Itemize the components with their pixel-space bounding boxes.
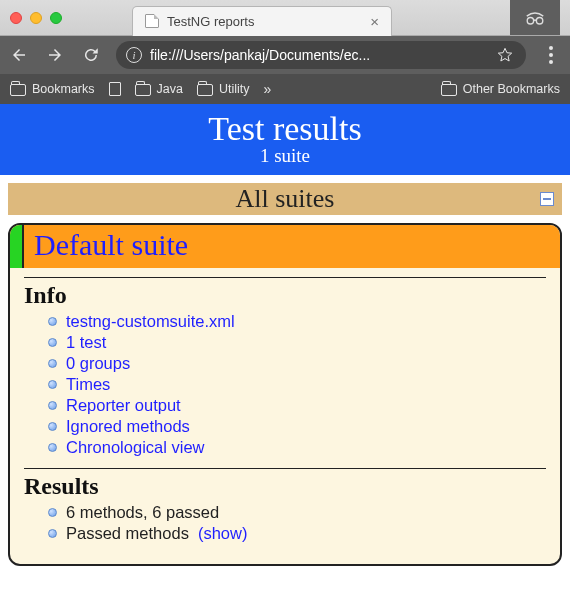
forward-button[interactable] [44,44,66,66]
window-controls [10,12,62,24]
link-text: Chronological view [66,438,205,457]
suite-status-bar [10,225,24,268]
bookmarks-label: Bookmarks [32,82,95,96]
suite-body: Info testng-customsuite.xml 1 test 0 gro… [10,268,560,564]
reload-button[interactable] [80,44,102,66]
svg-point-1 [536,17,542,23]
page-content: All suites Default suite Info testng-cus… [0,175,570,576]
link-text: Times [66,375,110,394]
page-title: Test results [0,110,570,148]
bookmark-label: Java [157,82,183,96]
tab-close-icon[interactable]: × [370,14,379,29]
bullet-icon [48,443,57,452]
results-passed-row: Passed methods (show) [48,523,546,544]
bookmark-label: Utility [219,82,250,96]
menu-button[interactable] [540,44,562,66]
window-titlebar: TestNG reports × [0,0,570,36]
link-text: testng-customsuite.xml [66,312,235,331]
info-link-tests[interactable]: 1 test [48,332,546,353]
bullet-icon [48,317,57,326]
suite-title-link[interactable]: Default suite [24,225,198,268]
bullet-icon [48,529,57,538]
suite-panel: Default suite Info testng-customsuite.xm… [8,223,562,566]
bookmarks-overflow-icon[interactable]: » [264,81,270,97]
bookmark-page-icon [109,82,121,96]
folder-icon [10,84,26,96]
info-heading: Info [24,282,546,309]
info-link-groups[interactable]: 0 groups [48,353,546,374]
results-list: 6 methods, 6 passed Passed methods (show… [48,502,546,544]
svg-point-0 [527,17,533,23]
results-text: Passed methods [66,524,189,543]
page-subtitle: 1 suite [0,145,570,167]
info-list: testng-customsuite.xml 1 test 0 groups T… [48,311,546,458]
page-header: Test results 1 suite [0,104,570,175]
bullet-icon [48,380,57,389]
bookmark-label: Other Bookmarks [463,82,560,96]
results-text: 6 methods, 6 passed [66,503,219,522]
bullet-icon [48,338,57,347]
bullet-icon [48,508,57,517]
folder-icon [197,84,213,96]
bullet-icon [48,422,57,431]
link-text: Reporter output [66,396,181,415]
info-icon[interactable]: i [126,47,142,63]
bookmark-star-icon[interactable] [494,44,516,66]
other-bookmarks[interactable]: Other Bookmarks [441,82,560,96]
bookmarks-folder[interactable]: Bookmarks [10,82,95,96]
info-link-ignored[interactable]: Ignored methods [48,416,546,437]
bullet-icon [48,401,57,410]
link-text: Ignored methods [66,417,190,436]
folder-icon [441,84,457,96]
results-summary: 6 methods, 6 passed [48,502,546,523]
all-suites-bar: All suites [8,183,562,215]
info-link-times[interactable]: Times [48,374,546,395]
divider [24,277,546,278]
window-minimize-button[interactable] [30,12,42,24]
folder-icon [135,84,151,96]
results-heading: Results [24,473,546,500]
suite-header: Default suite [10,225,560,268]
bookmark-item[interactable] [109,82,121,96]
info-link-reporter[interactable]: Reporter output [48,395,546,416]
all-suites-label: All suites [236,184,335,214]
show-link[interactable]: (show) [198,524,248,543]
browser-tab[interactable]: TestNG reports × [132,6,392,36]
link-text: 0 groups [66,354,130,373]
back-button[interactable] [8,44,30,66]
incognito-icon [510,0,560,35]
link-text: 1 test [66,333,106,352]
bookmarks-bar: Bookmarks Java Utility » Other Bookmarks [0,74,570,104]
bullet-icon [48,359,57,368]
window-maximize-button[interactable] [50,12,62,24]
url-text: file:///Users/pankaj/Documents/ec... [150,47,370,63]
window-close-button[interactable] [10,12,22,24]
browser-toolbar: i file:///Users/pankaj/Documents/ec... [0,36,570,74]
page-icon [145,14,159,28]
divider [24,468,546,469]
collapse-icon[interactable] [540,192,554,206]
bookmark-utility[interactable]: Utility [197,82,250,96]
bookmark-java[interactable]: Java [135,82,183,96]
info-link-xml[interactable]: testng-customsuite.xml [48,311,546,332]
tab-title: TestNG reports [167,14,254,29]
info-link-chrono[interactable]: Chronological view [48,437,546,458]
url-bar[interactable]: i file:///Users/pankaj/Documents/ec... [116,41,526,69]
